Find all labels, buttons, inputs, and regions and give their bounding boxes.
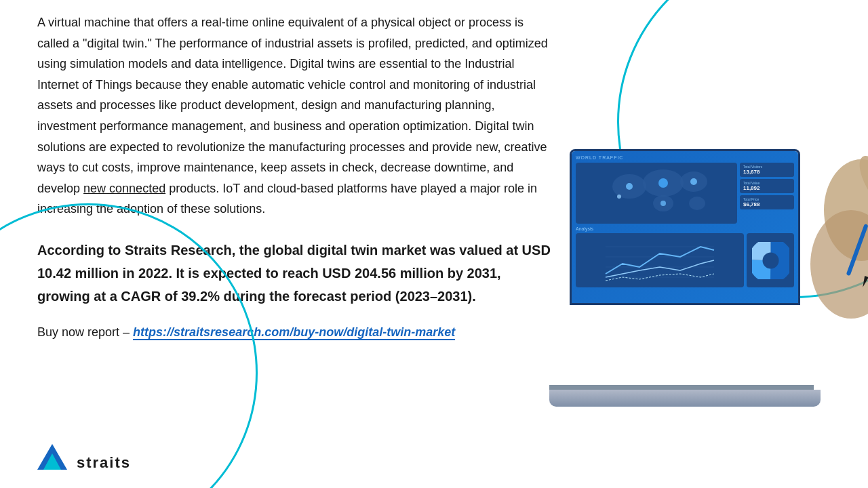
buy-now-prefix: Buy now report – bbox=[37, 325, 130, 339]
logo-icon-container bbox=[37, 444, 71, 481]
pie-chart-area bbox=[747, 233, 794, 287]
laptop-base bbox=[549, 390, 821, 407]
logo-triangle-inner bbox=[43, 453, 61, 470]
svg-point-6 bbox=[626, 183, 633, 190]
svg-point-8 bbox=[690, 178, 697, 185]
dashboard-top-row: Total Visitors 13,678 Total Value 11,892… bbox=[576, 163, 794, 224]
stats-area: Total Visitors 13,678 Total Value 11,892… bbox=[740, 163, 794, 224]
stat-value-3: $6,788 bbox=[743, 201, 791, 207]
image-section: WORLD TRAFFIC bbox=[515, 0, 868, 434]
stat-box-3: Total Price $6,788 bbox=[740, 195, 794, 209]
svg-marker-24 bbox=[861, 276, 868, 288]
world-map-svg bbox=[576, 163, 737, 224]
svg-point-9 bbox=[660, 201, 666, 206]
new-connected-link[interactable]: new connected bbox=[83, 182, 165, 195]
highlight-paragraph: According to Straits Research, the globa… bbox=[37, 239, 553, 308]
logo-text: straits bbox=[77, 454, 131, 472]
laptop-illustration: WORLD TRAFFIC bbox=[549, 149, 868, 407]
pie-chart-svg bbox=[752, 242, 789, 279]
dashboard-bottom-row bbox=[576, 233, 794, 287]
world-map-area bbox=[576, 163, 737, 224]
dashboard-content: WORLD TRAFFIC bbox=[572, 151, 798, 303]
laptop-screen: WORLD TRAFFIC bbox=[570, 149, 800, 305]
stat-box-2: Total Value 11,892 bbox=[740, 179, 794, 193]
analysis-label: Analysis bbox=[576, 226, 794, 231]
svg-point-7 bbox=[658, 178, 668, 188]
buy-now-link[interactable]: https://straitsresearch.com/buy-now/digi… bbox=[133, 325, 455, 340]
chart-area bbox=[576, 233, 744, 287]
line-chart-svg bbox=[576, 233, 744, 287]
svg-point-20 bbox=[824, 159, 868, 261]
main-content: A virtual machine that offers a real-tim… bbox=[37, 12, 831, 342]
page-container: A virtual machine that offers a real-tim… bbox=[0, 0, 868, 488]
dashboard-header: WORLD TRAFFIC bbox=[576, 155, 794, 160]
logo-area: straits bbox=[37, 444, 131, 481]
svg-point-5 bbox=[689, 197, 705, 210]
stat-value-2: 11,892 bbox=[743, 185, 791, 191]
svg-rect-11 bbox=[599, 233, 721, 287]
stat-value-1: 13,678 bbox=[743, 169, 791, 175]
text-section: A virtual machine that offers a real-tim… bbox=[37, 12, 553, 342]
svg-point-19 bbox=[762, 252, 778, 268]
intro-paragraph: A virtual machine that offers a real-tim… bbox=[37, 12, 553, 220]
svg-point-22 bbox=[852, 156, 868, 216]
svg-rect-23 bbox=[846, 224, 868, 276]
buy-now-section: Buy now report – https://straitsresearch… bbox=[37, 323, 553, 342]
svg-point-21 bbox=[810, 210, 868, 319]
stat-box-1: Total Visitors 13,678 bbox=[740, 163, 794, 177]
svg-point-10 bbox=[617, 195, 621, 199]
